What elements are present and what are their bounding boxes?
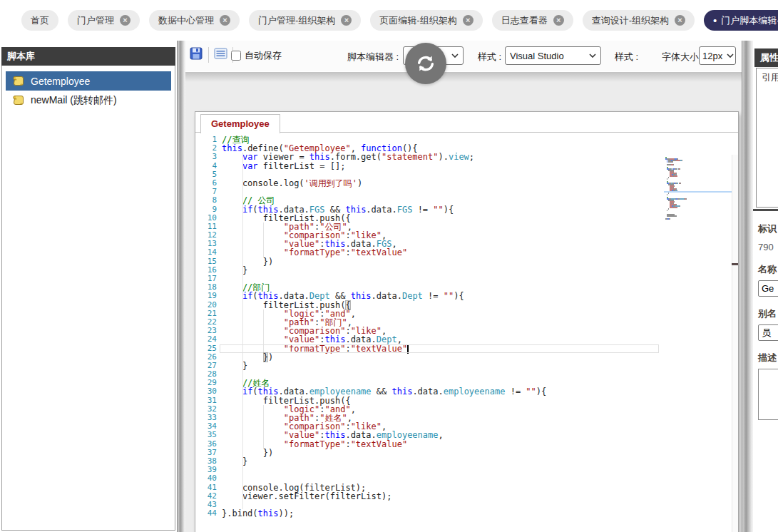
style2-label: 样式 :: [615, 51, 638, 63]
field-input[interactable]: [758, 324, 778, 341]
line-number: 41: [195, 484, 217, 492]
code-area[interactable]: 1234567891011121314151617181920212223242…: [195, 133, 738, 532]
tab[interactable]: 页面编辑-组织架构×: [370, 10, 482, 31]
fontsize-select[interactable]: 12px: [699, 46, 736, 65]
script-icon: [12, 95, 24, 106]
script-list: GetemployeenewMail (跳转邮件): [1, 66, 175, 531]
line-number: 24: [195, 335, 217, 344]
tab[interactable]: 首页: [21, 10, 58, 31]
save-icon[interactable]: [190, 47, 203, 63]
autosave-checkbox[interactable]: [231, 51, 241, 61]
scrollbar-track[interactable]: [732, 155, 738, 532]
code-line[interactable]: }.bind(this));: [222, 509, 738, 518]
field-label: 描述: [758, 352, 778, 364]
script-list-item[interactable]: Getemployee: [6, 71, 171, 91]
close-icon[interactable]: ×: [120, 15, 130, 26]
line-number: 8: [195, 196, 217, 205]
code-line[interactable]: var filterList = [];: [222, 162, 738, 170]
line-number: 40: [195, 474, 217, 483]
tab-label: 首页: [31, 14, 49, 27]
line-number: 9: [195, 205, 217, 214]
line-number: 4: [195, 162, 217, 170]
close-icon[interactable]: ×: [675, 15, 685, 26]
editor-toolbar: 自动保存 脚本编辑器 : Monaco 样式 : Visual Studio 样…: [185, 41, 742, 71]
close-icon[interactable]: ×: [553, 15, 564, 26]
fontsize-label: 字体大小 :: [662, 51, 704, 63]
properties-splitter[interactable]: [742, 41, 753, 532]
tab-label: 页面编辑-组织架构: [379, 14, 456, 27]
tab-label: 数据中心管理: [158, 14, 214, 27]
reference-label: 引用: [762, 72, 778, 83]
code-line[interactable]: }): [222, 449, 738, 457]
code-line[interactable]: viewer.setFilter(filterList);: [222, 492, 738, 501]
tab[interactable]: 门户管理-组织架构×: [249, 10, 361, 31]
tab-label: 门户管理: [77, 14, 114, 27]
tab[interactable]: 门户管理×: [68, 10, 140, 31]
close-icon[interactable]: ×: [220, 15, 230, 26]
field-label: 别名: [758, 307, 778, 320]
code-line[interactable]: }): [222, 257, 738, 266]
line-number: 31: [195, 397, 217, 405]
tab[interactable]: 查询设计-组织架构×: [583, 10, 695, 31]
tab-label: 门户脚本编辑-Getemployee: [721, 14, 778, 27]
close-icon[interactable]: ×: [341, 15, 352, 26]
field-input[interactable]: [758, 280, 778, 297]
script-library-panel: 脚本库 GetemployeenewMail (跳转邮件): [0, 41, 177, 532]
close-icon[interactable]: ×: [463, 15, 474, 26]
style-label: 样式 :: [478, 51, 501, 63]
code-line[interactable]: }: [222, 457, 738, 466]
line-number: 35: [195, 431, 217, 439]
script-list-item[interactable]: newMail (跳转邮件): [6, 91, 171, 110]
app-window: 首页门户管理×数据中心管理×门户管理-组织架构×页面编辑-组织架构×日志查看器×…: [0, 0, 778, 532]
style-value: Visual Studio: [510, 51, 564, 61]
editor-workzone: 自动保存 脚本编辑器 : Monaco 样式 : Visual Studio 样…: [185, 41, 742, 532]
refresh-icon: [414, 52, 437, 75]
list-view-icon[interactable]: [214, 48, 227, 62]
tab-bar: 首页门户管理×数据中心管理×门户管理-组织架构×页面编辑-组织架构×日志查看器×…: [0, 0, 778, 41]
properties-panel: 属性 引用 标识790名称别名描述: [753, 41, 778, 532]
line-number-gutter: 1234567891011121314151617181920212223242…: [195, 135, 217, 518]
script-icon: [12, 76, 24, 86]
code-line[interactable]: }): [222, 353, 738, 362]
tab[interactable]: 日志查看器×: [492, 10, 573, 31]
line-number: 15: [195, 257, 217, 266]
code-line[interactable]: "formatType":"textValue": [222, 344, 738, 353]
line-number: 19: [195, 292, 217, 300]
code-line[interactable]: "formatType":"textValue": [222, 248, 738, 257]
scrollbar-marker: [732, 263, 738, 265]
refresh-button[interactable]: [405, 43, 446, 84]
fontsize-value: 12px: [702, 51, 722, 61]
line-number: 25: [195, 344, 217, 353]
field-label: 标识: [758, 222, 778, 235]
line-number: 30: [195, 387, 217, 396]
code-line[interactable]: [222, 466, 738, 474]
code-line[interactable]: }: [222, 266, 738, 275]
code-lines[interactable]: //查询this.define("Getemployee", function(…: [222, 135, 738, 518]
code-line[interactable]: console.log('调用到了吗'): [222, 179, 738, 188]
tab-label: 查询设计-组织架构: [592, 14, 669, 27]
autosave-checkbox-group[interactable]: 自动保存: [231, 49, 282, 62]
field-label: 名称: [758, 263, 778, 276]
code-line[interactable]: [222, 501, 738, 509]
code-line[interactable]: "formatType":"textValue": [222, 440, 738, 449]
line-number: 36: [195, 440, 217, 449]
code-line[interactable]: [222, 370, 738, 379]
text-cursor: [407, 345, 409, 354]
tab-active[interactable]: •门户脚本编辑-Getemployee×: [704, 10, 778, 31]
style-select[interactable]: Visual Studio: [505, 46, 601, 65]
line-number: 3: [195, 153, 217, 161]
field-textarea[interactable]: [758, 369, 778, 420]
line-number: 14: [195, 248, 217, 257]
code-line[interactable]: [222, 188, 738, 196]
minimap[interactable]: [664, 157, 734, 220]
props-fields: 标识790名称别名描述: [758, 212, 778, 423]
file-tab[interactable]: Getemployee: [200, 114, 280, 133]
code-line[interactable]: [222, 275, 738, 283]
autosave-label: 自动保存: [245, 49, 282, 62]
chevron-down-icon: [727, 53, 734, 58]
code-line[interactable]: }: [222, 362, 738, 370]
tab[interactable]: 数据中心管理×: [149, 10, 240, 31]
field-value: 790: [758, 242, 778, 252]
sidebar-splitter[interactable]: [177, 41, 185, 532]
line-number: 20: [195, 301, 217, 310]
